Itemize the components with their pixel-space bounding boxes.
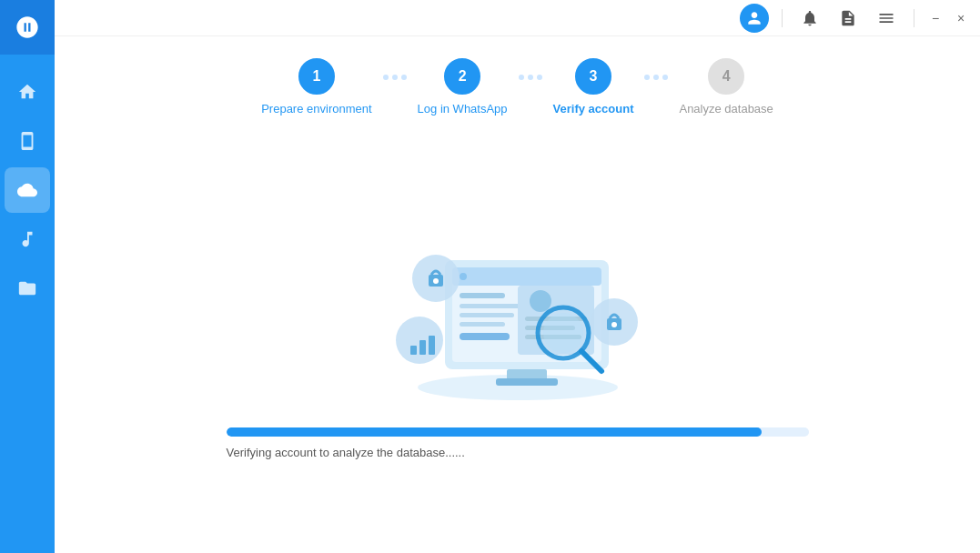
step-1-label: Prepare environment	[261, 102, 371, 116]
progress-fill	[227, 427, 763, 437]
dot	[383, 75, 389, 80]
music-icon	[17, 229, 37, 249]
dot	[537, 75, 542, 80]
cloud-icon	[17, 180, 37, 200]
progress-container: Verifying account to analyze the databas…	[227, 427, 809, 459]
svg-rect-19	[496, 378, 558, 386]
device-icon	[17, 131, 37, 151]
svg-point-22	[433, 278, 439, 284]
svg-rect-24	[410, 346, 417, 355]
close-button[interactable]: ×	[953, 10, 969, 26]
svg-point-16	[543, 313, 583, 353]
dot	[401, 75, 407, 80]
sidebar-item-home[interactable]	[5, 69, 50, 115]
dot	[519, 75, 524, 80]
notification-button[interactable]	[795, 4, 824, 33]
titlebar-actions: − ×	[740, 4, 969, 33]
svg-rect-3	[452, 267, 601, 286]
progress-bar	[227, 427, 809, 437]
dot	[653, 75, 659, 80]
step-3-circle: 3	[575, 58, 611, 95]
sidebar-item-files[interactable]	[5, 266, 50, 311]
svg-point-4	[460, 273, 467, 280]
step-dots-2	[508, 75, 553, 80]
titlebar: − ×	[55, 0, 980, 36]
home-icon	[17, 82, 37, 102]
svg-rect-7	[460, 313, 514, 317]
verify-illustration	[372, 206, 663, 406]
step-4-label: Analyze database	[679, 102, 773, 116]
dot	[392, 75, 398, 80]
step-1: 1 Prepare environment	[261, 58, 371, 116]
menu-icon	[877, 9, 895, 27]
svg-rect-25	[419, 340, 426, 355]
docs-button[interactable]	[834, 4, 863, 33]
step-2: 2 Log in WhatsApp	[418, 58, 508, 116]
divider2	[914, 9, 914, 27]
progress-text: Verifying account to analyze the databas…	[227, 446, 465, 459]
svg-rect-26	[429, 336, 435, 355]
menu-button[interactable]	[872, 4, 901, 33]
svg-point-29	[611, 322, 617, 327]
svg-point-23	[396, 317, 443, 364]
wizard: 1 Prepare environment 2 Log in WhatsApp …	[55, 36, 980, 130]
step-2-label: Log in WhatsApp	[418, 102, 508, 116]
user-avatar[interactable]	[740, 4, 769, 33]
step-dots-3	[633, 75, 679, 80]
step-4-circle: 4	[708, 58, 744, 95]
svg-rect-6	[460, 304, 523, 308]
logo-icon	[15, 15, 40, 40]
sidebar-nav	[5, 55, 50, 553]
content-area: Verifying account to analyze the databas…	[55, 130, 980, 553]
step-3-label: Verify account	[553, 102, 634, 116]
dot	[528, 75, 533, 80]
svg-rect-8	[460, 322, 505, 327]
illustration	[372, 206, 663, 406]
main-content: − × 1 Prepare environment 2 Log in Whats…	[55, 0, 980, 553]
step-3: 3 Verify account	[553, 58, 634, 116]
bell-icon	[801, 9, 819, 27]
minimize-button[interactable]: −	[927, 10, 944, 26]
svg-rect-5	[460, 293, 505, 298]
step-dots-1	[372, 75, 418, 80]
docs-icon	[839, 9, 857, 27]
divider	[782, 9, 783, 27]
sidebar-item-device[interactable]	[5, 118, 50, 164]
svg-rect-9	[460, 333, 510, 340]
app-logo	[0, 0, 55, 55]
svg-point-11	[530, 290, 551, 312]
step-1-circle: 1	[298, 58, 335, 95]
step-2-circle: 2	[444, 58, 480, 95]
dot	[662, 75, 668, 80]
files-icon	[17, 278, 37, 298]
user-icon	[745, 9, 763, 27]
sidebar-item-music[interactable]	[5, 216, 50, 262]
dot	[644, 75, 650, 80]
sidebar-item-cloud[interactable]	[5, 167, 50, 213]
step-4: 4 Analyze database	[679, 58, 773, 116]
sidebar	[0, 0, 55, 553]
